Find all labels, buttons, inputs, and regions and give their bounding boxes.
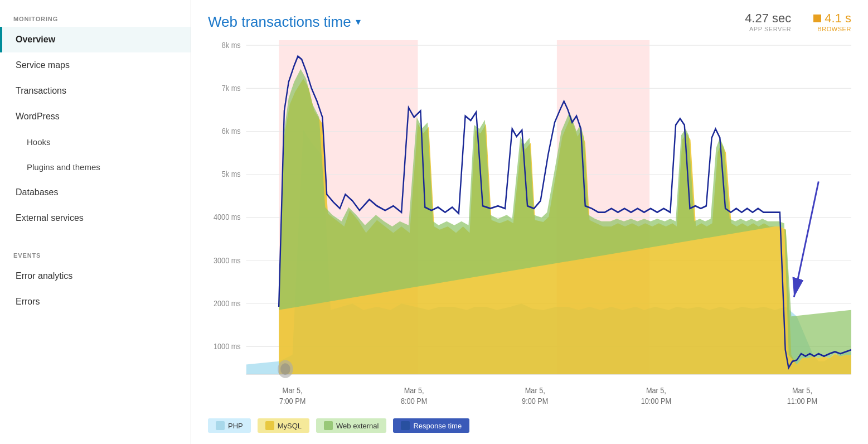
svg-text:8k ms: 8k ms — [222, 40, 241, 50]
sidebar-item-errors[interactable]: Errors — [0, 289, 191, 315]
browser-stat: 4.1 s BROWSER — [813, 11, 851, 32]
svg-text:10:00 PM: 10:00 PM — [641, 396, 671, 406]
sidebar-item-external-services[interactable]: External services — [0, 205, 191, 231]
legend-label-mysql: MySQL — [278, 422, 302, 430]
main-content: Web transactions time ▾ 4.27 sec APP SER… — [191, 0, 868, 444]
legend-php[interactable]: PHP — [208, 418, 251, 433]
chart-legend: PHP MySQL Web external Response time — [208, 418, 851, 433]
chart-title: Web transactions time ▾ — [208, 13, 361, 31]
legend-swatch-mysql — [265, 421, 274, 430]
svg-line-24 — [794, 181, 818, 297]
chart-svg: 8k ms 7k ms 6k ms 5k ms 4000 ms 3000 ms … — [208, 40, 851, 413]
svg-text:7:00 PM: 7:00 PM — [279, 396, 306, 406]
app-server-stat: 4.27 sec APP SERVER — [745, 11, 791, 32]
events-section-label: EVENTS — [0, 242, 191, 263]
browser-value-row: 4.1 s — [813, 11, 851, 26]
svg-text:7k ms: 7k ms — [222, 83, 241, 93]
legend-label-response: Response time — [413, 422, 462, 430]
sidebar-item-error-analytics[interactable]: Error analytics — [0, 263, 191, 289]
svg-text:8:00 PM: 8:00 PM — [401, 396, 427, 406]
sidebar-item-overview[interactable]: Overview — [0, 27, 191, 52]
sidebar-item-label: Transactions — [16, 86, 66, 95]
browser-label: BROWSER — [813, 26, 851, 32]
sidebar-item-transactions[interactable]: Transactions — [0, 78, 191, 104]
svg-text:Mar 5,: Mar 5, — [646, 385, 666, 395]
sidebar-item-label: Hooks — [27, 137, 51, 147]
svg-text:2000 ms: 2000 ms — [214, 298, 241, 308]
sidebar-item-label: Databases — [16, 187, 59, 197]
svg-text:5k ms: 5k ms — [222, 169, 241, 178]
sidebar-item-label: Service maps — [16, 60, 70, 70]
chart-title-dropdown[interactable]: ▾ — [356, 16, 361, 28]
svg-text:1000 ms: 1000 ms — [214, 341, 241, 351]
svg-text:9:00 PM: 9:00 PM — [522, 396, 548, 406]
svg-text:Mar 5,: Mar 5, — [792, 385, 812, 395]
svg-text:11:00 PM: 11:00 PM — [787, 396, 817, 406]
browser-color-square — [813, 15, 821, 22]
svg-text:6k ms: 6k ms — [222, 126, 241, 136]
svg-text:4000 ms: 4000 ms — [214, 212, 241, 221]
legend-web-external[interactable]: Web external — [316, 418, 386, 433]
svg-text:Mar 5,: Mar 5, — [404, 385, 424, 395]
legend-swatch-php — [216, 421, 225, 430]
chart-container: 8k ms 7k ms 6k ms 5k ms 4000 ms 3000 ms … — [208, 40, 851, 413]
legend-swatch-response — [401, 421, 410, 430]
sidebar-item-databases[interactable]: Databases — [0, 180, 191, 205]
app-server-value: 4.27 sec — [745, 11, 791, 26]
legend-label-php: PHP — [228, 422, 243, 430]
legend-label-webext: Web external — [336, 422, 379, 430]
sidebar-item-label: Plugins and themes — [27, 162, 100, 172]
header-row: Web transactions time ▾ 4.27 sec APP SER… — [208, 11, 851, 32]
sidebar-item-service-maps[interactable]: Service maps — [0, 52, 191, 78]
svg-text:Mar 5,: Mar 5, — [283, 385, 303, 395]
sidebar-item-label: WordPress — [16, 112, 60, 121]
header-stats: 4.27 sec APP SERVER 4.1 s BROWSER — [745, 11, 851, 32]
sidebar: MONITORING Overview Service maps Transac… — [0, 0, 191, 444]
legend-swatch-webext — [324, 421, 333, 430]
sidebar-item-wordpress[interactable]: WordPress — [0, 104, 191, 129]
svg-text:Mar 5,: Mar 5, — [525, 385, 545, 395]
sidebar-item-label: External services — [16, 213, 84, 223]
monitoring-section-label: MONITORING — [0, 6, 191, 27]
legend-mysql[interactable]: MySQL — [258, 418, 309, 433]
sidebar-item-label: Errors — [16, 297, 40, 306]
app-server-label: APP SERVER — [745, 26, 791, 32]
sidebar-item-label: Overview — [16, 35, 55, 44]
browser-value: 4.1 s — [825, 11, 851, 26]
svg-text:3000 ms: 3000 ms — [214, 255, 241, 265]
legend-response-time[interactable]: Response time — [393, 418, 469, 433]
sidebar-item-plugins-themes[interactable]: Plugins and themes — [0, 155, 191, 180]
sidebar-item-label: Error analytics — [16, 271, 72, 281]
sidebar-item-hooks[interactable]: Hooks — [0, 129, 191, 155]
svg-point-26 — [280, 363, 290, 375]
chart-title-text: Web transactions time — [208, 13, 351, 31]
